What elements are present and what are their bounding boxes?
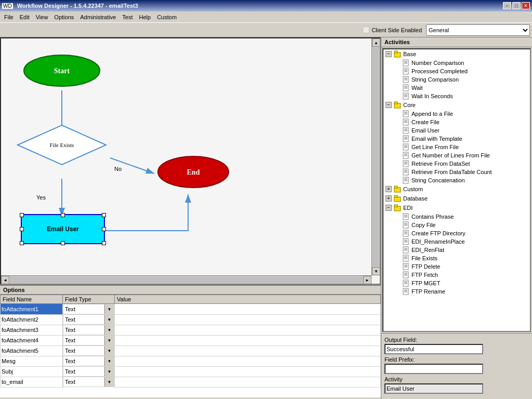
tree-group-core[interactable]: −Core	[383, 100, 530, 110]
activities-tree[interactable]: −BaseNumber ComparisonProcessed Complete…	[382, 48, 531, 332]
value-cell[interactable]	[115, 345, 381, 356]
general-dropdown[interactable]: General	[426, 24, 530, 36]
tree-leaf-label: Number Comparison	[411, 60, 464, 66]
tree-expand-icon[interactable]: −	[385, 102, 392, 108]
tree-leaf-ftp-delete[interactable]: FTP Delete	[383, 262, 530, 271]
tree-leaf-create-ftp-directory[interactable]: Create FTP Directory	[383, 229, 530, 237]
menu-help[interactable]: Help	[136, 13, 154, 21]
field-type-cell[interactable]: Text▼	[63, 377, 114, 387]
tree-leaf-get-number-of-lines-from-file[interactable]: Get Number of Lines From File	[383, 151, 530, 159]
tree-leaf-ftp-rename[interactable]: FTP Rename	[383, 287, 530, 296]
tree-group-base[interactable]: −Base	[383, 49, 530, 59]
svg-rect-81	[403, 222, 408, 228]
dropdown-arrow-icon[interactable]: ▼	[104, 377, 114, 387]
field-type-cell[interactable]: Text▼	[63, 345, 114, 356]
tree-leaf-append-to-a-file[interactable]: Append to a File	[383, 110, 530, 118]
field-type-cell[interactable]: Text▼	[63, 366, 114, 377]
tree-leaf-wait[interactable]: Wait	[383, 84, 530, 92]
scroll-down-button[interactable]: ▼	[372, 267, 380, 275]
table-row[interactable]: foAttachment1Text▼	[1, 304, 381, 315]
tree-leaf-email-user[interactable]: Email User	[383, 126, 530, 135]
tree-leaf-processed-completed[interactable]: Processed Completed	[383, 67, 530, 75]
field-type-cell[interactable]: Text▼	[63, 356, 114, 366]
tree-group-database[interactable]: +Database	[383, 194, 530, 203]
dropdown-arrow-icon[interactable]: ▼	[104, 346, 114, 355]
menu-file[interactable]: File	[1, 13, 17, 21]
email-user-node[interactable]: Email User	[21, 214, 105, 244]
tree-expand-icon[interactable]: +	[385, 195, 392, 202]
tree-expand-icon[interactable]: +	[385, 186, 392, 192]
right-panel: Activities −BaseNumber ComparisonProcess…	[381, 37, 532, 399]
table-row[interactable]: foAttachment4Text▼	[1, 335, 381, 345]
tree-leaf-retrieve-from-datatable-count[interactable]: Retrieve From DataTable Count	[383, 168, 530, 176]
tree-leaf-wait-in-seconds[interactable]: Wait In Seconds	[383, 92, 530, 100]
tree-leaf-copy-file[interactable]: Copy File	[383, 221, 530, 229]
value-cell[interactable]	[115, 325, 381, 335]
field-type-cell[interactable]: Text▼	[63, 314, 114, 325]
value-cell[interactable]	[115, 366, 381, 377]
tree-group-custom[interactable]: +Custom	[383, 184, 530, 194]
value-cell[interactable]	[115, 304, 381, 315]
scroll-up-button[interactable]: ▲	[372, 38, 380, 47]
tree-leaf-file-exists[interactable]: File Exists	[383, 254, 530, 262]
scroll-right-button[interactable]: ►	[363, 276, 371, 284]
client-side-enabled-check[interactable]: Client Side Enabled	[363, 26, 422, 33]
menu-options[interactable]: Options	[51, 13, 77, 21]
dropdown-arrow-icon[interactable]: ▼	[104, 356, 114, 366]
dropdown-arrow-icon[interactable]: ▼	[104, 315, 114, 324]
value-cell[interactable]	[115, 335, 381, 345]
tree-leaf-string-concatenation[interactable]: String Concatenation	[383, 176, 530, 184]
menu-edit[interactable]: Edit	[17, 13, 33, 21]
table-row[interactable]: MesgText▼	[1, 356, 381, 366]
decision-node[interactable]: File Exists	[17, 124, 108, 166]
tree-leaf-ftp-mget[interactable]: FTP MGET	[383, 279, 530, 287]
tree-leaf-retrieve-from-dataset[interactable]: Retrieve From DataSet	[383, 159, 530, 168]
tree-expand-icon[interactable]: −	[385, 51, 392, 57]
tree-leaf-number-comparison[interactable]: Number Comparison	[383, 59, 530, 67]
tree-leaf-edirenflat[interactable]: EDI_RenFlat	[383, 246, 530, 254]
value-cell[interactable]	[115, 356, 381, 366]
menu-test[interactable]: Test	[119, 13, 136, 21]
menu-custom[interactable]: Custom	[154, 13, 180, 21]
table-row[interactable]: foAttachment2Text▼	[1, 314, 381, 325]
tree-expand-icon[interactable]: −	[385, 205, 392, 211]
options-table-container[interactable]: Field Name Field Type Value foAttachment…	[0, 295, 381, 397]
tree-leaf-email-with-template[interactable]: Email with Template	[383, 135, 530, 143]
field-type-cell[interactable]: Text▼	[63, 335, 114, 345]
start-node[interactable]: Start	[23, 54, 101, 88]
field-type-cell[interactable]: Text▼	[63, 325, 114, 335]
tree-leaf-contains-phrase[interactable]: Contains Phrase	[383, 212, 530, 221]
dropdown-arrow-icon[interactable]: ▼	[104, 304, 114, 314]
tree-leaf-ftp-fetch[interactable]: FTP Fetch	[383, 271, 530, 279]
scroll-thumb-h[interactable]	[10, 276, 363, 283]
scroll-thumb-v[interactable]	[373, 47, 379, 267]
value-cell[interactable]	[115, 314, 381, 325]
client-side-checkbox[interactable]	[363, 26, 369, 33]
table-row[interactable]: foAttachment5Text▼	[1, 345, 381, 356]
tree-group-edi[interactable]: −EDI	[383, 203, 530, 212]
minimize-button[interactable]: −	[503, 2, 511, 9]
table-row[interactable]: foAttachment3Text▼	[1, 325, 381, 335]
dropdown-arrow-icon[interactable]: ▼	[104, 336, 114, 345]
close-button[interactable]: ✕	[522, 2, 530, 9]
maximize-button[interactable]: □	[512, 2, 521, 9]
scroll-left-button[interactable]: ◄	[1, 276, 9, 284]
canvas-area[interactable]: Start File Exists No Yes End	[0, 37, 381, 285]
table-row[interactable]: SubjText▼	[1, 366, 381, 377]
tree-leaf-string-comparison[interactable]: String Comparison	[383, 75, 530, 84]
canvas-scrollbar-v[interactable]: ▲ ▼	[371, 38, 380, 275]
canvas-scrollbar-h[interactable]: ◄ ►	[1, 275, 371, 284]
field-prefix-input[interactable]	[384, 364, 483, 374]
dropdown-arrow-icon[interactable]: ▼	[104, 325, 114, 335]
dropdown-arrow-icon[interactable]: ▼	[104, 367, 114, 376]
menu-administrative[interactable]: Administrative	[77, 13, 119, 21]
tree-leaf-edirenameinplace[interactable]: EDI_RenameInPlace	[383, 237, 530, 246]
value-cell[interactable]	[115, 377, 381, 387]
tree-leaf-create-file[interactable]: Create File	[383, 118, 530, 126]
end-node[interactable]: End	[157, 155, 230, 189]
menu-view[interactable]: View	[33, 13, 51, 21]
field-type-cell[interactable]: Text▼	[63, 304, 114, 314]
output-field-input[interactable]	[384, 344, 483, 354]
tree-leaf-get-line-from-file[interactable]: Get Line From File	[383, 143, 530, 151]
table-row[interactable]: to_emailText▼	[1, 377, 381, 387]
